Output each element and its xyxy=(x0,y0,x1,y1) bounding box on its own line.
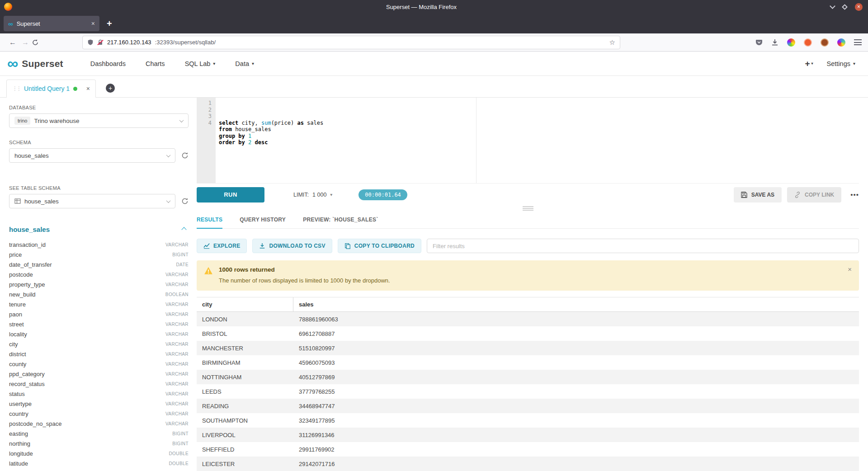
chevron-down-icon: ▾ xyxy=(811,61,813,66)
table-name: house_sales xyxy=(9,226,50,233)
reload-icon[interactable] xyxy=(32,39,44,46)
nav-item-dashboards[interactable]: Dashboards xyxy=(90,60,126,67)
table-column-row: latitude DOUBLE xyxy=(9,458,189,468)
explore-button[interactable]: EXPLORE xyxy=(197,239,247,253)
query-tab-active[interactable]: ⋮⋮ Untitled Query 1 × xyxy=(6,80,96,98)
filter-results-input[interactable] xyxy=(427,239,859,253)
table-column-row: property_type VARCHAR xyxy=(9,279,189,289)
pinwheel-extension-icon[interactable] xyxy=(837,38,845,47)
table-column-row: price BIGINT xyxy=(9,250,189,259)
column-name: paon xyxy=(9,311,22,318)
nav-item-data[interactable]: Data▾ xyxy=(235,60,254,67)
column-type: VARCHAR xyxy=(165,242,189,247)
refresh-tables-icon[interactable] xyxy=(181,198,189,205)
cell-city: LEEDS xyxy=(197,388,293,395)
tab-preview-house-sales[interactable]: PREVIEW: `HOUSE_SALES` xyxy=(303,212,378,228)
browser-toolbar: ← → 217.160.120.143 :32393/superset/sqll… xyxy=(0,33,868,52)
column-name: street xyxy=(9,321,24,328)
menu-icon[interactable] xyxy=(854,39,862,45)
column-name: easting xyxy=(9,430,28,437)
settings-menu[interactable]: Settings▾ xyxy=(827,60,855,67)
table-row: BRISTOL 69612708887 xyxy=(197,326,859,341)
copy-link-button[interactable]: COPY LINK xyxy=(787,187,841,203)
limit-dropdown[interactable]: LIMIT: 1 000 ▾ xyxy=(293,192,332,198)
run-button[interactable]: RUN xyxy=(197,187,264,203)
database-select[interactable]: trino Trino warehouse xyxy=(9,113,189,128)
drag-handle-icon[interactable]: ⋮⋮ xyxy=(12,85,20,92)
query-tab-title: Untitled Query 1 xyxy=(24,85,70,92)
save-as-button[interactable]: SAVE AS xyxy=(734,187,782,203)
browser-tab[interactable]: ∞ Superset × xyxy=(4,16,99,31)
table-section-header[interactable]: house_sales xyxy=(9,226,189,233)
refresh-schema-icon[interactable] xyxy=(181,152,189,159)
bookmark-star-icon[interactable]: ☆ xyxy=(609,38,615,47)
more-actions-icon[interactable]: ••• xyxy=(850,191,859,198)
column-header-city[interactable]: city xyxy=(197,297,293,311)
pane-resize-handle[interactable] xyxy=(523,206,533,212)
new-tab-button[interactable]: + xyxy=(107,19,112,29)
column-name: date_of_transfer xyxy=(9,261,52,268)
brand-name[interactable]: Superset xyxy=(22,58,63,69)
table-row: NOTTINGHAM 40512797869 xyxy=(197,370,859,384)
column-header-sales[interactable]: sales xyxy=(293,297,314,311)
duckduckgo-extension-icon[interactable] xyxy=(804,38,812,47)
limit-label: LIMIT: xyxy=(293,192,309,198)
firefox-logo-icon xyxy=(4,3,12,11)
close-window-icon[interactable]: × xyxy=(855,3,863,11)
tab-results[interactable]: RESULTS xyxy=(197,212,222,229)
browser-tabstrip: ∞ Superset × + xyxy=(0,14,868,33)
query-status-dot xyxy=(73,87,77,91)
minimize-icon[interactable] xyxy=(830,3,835,9)
column-type: BIGINT xyxy=(172,441,189,446)
column-name: district xyxy=(9,351,26,358)
tab-close-icon[interactable]: × xyxy=(91,20,95,27)
schema-select-value: house_sales xyxy=(14,152,49,159)
warning-icon xyxy=(204,266,213,284)
copy-to-clipboard-button[interactable]: COPY TO CLIPBOARD xyxy=(338,239,421,253)
schema-select[interactable]: house_sales xyxy=(9,148,175,163)
column-name: locality xyxy=(9,331,27,338)
chevron-up-icon[interactable] xyxy=(181,227,186,232)
chevron-down-icon xyxy=(166,198,171,203)
downloads-icon[interactable] xyxy=(771,39,778,46)
cell-sales: 69612708887 xyxy=(293,330,335,337)
cell-city: LEICESTER xyxy=(197,461,293,467)
column-name: postcode_no_space xyxy=(9,420,61,427)
extension-containers-icon[interactable] xyxy=(787,38,795,47)
back-icon[interactable]: ← xyxy=(6,38,19,47)
superset-logo-icon[interactable]: ∞ xyxy=(7,57,18,71)
column-type: DOUBLE xyxy=(169,451,189,456)
table-column-row: date_of_transfer DATE xyxy=(9,259,189,269)
column-name: country xyxy=(9,410,28,417)
column-type: VARCHAR xyxy=(165,411,189,416)
database-select-value: Trino warehouse xyxy=(34,118,79,124)
table-column-row: usertype VARCHAR xyxy=(9,399,189,409)
monkey-extension-icon[interactable] xyxy=(821,38,829,47)
pocket-icon[interactable] xyxy=(755,39,763,46)
add-query-tab-button[interactable]: + xyxy=(106,84,115,93)
table-column-row: easting BIGINT xyxy=(9,429,189,438)
table-select[interactable]: house_sales xyxy=(9,194,175,208)
sql-editor[interactable]: 1234 select city, sum(price) as salesfro… xyxy=(197,98,859,184)
run-toolbar: RUN LIMIT: 1 000 ▾ 00:00:01.64 SAVE AS C… xyxy=(197,184,859,206)
editor-code[interactable]: select city, sum(price) as salesfrom hou… xyxy=(216,98,859,183)
table-row: MANCHESTER 51510820997 xyxy=(197,341,859,355)
nav-item-charts[interactable]: Charts xyxy=(146,60,165,67)
url-bar[interactable]: 217.160.120.143 :32393/superset/sqllab/ … xyxy=(82,36,620,49)
table-select-value: house_sales xyxy=(24,198,59,205)
alert-close-icon[interactable]: × xyxy=(848,265,852,273)
column-name: ppd_category xyxy=(9,371,45,377)
shield-icon[interactable] xyxy=(87,39,94,46)
results-pane: RESULTS QUERY HISTORY PREVIEW: `HOUSE_SA… xyxy=(197,206,859,471)
maximize-icon[interactable] xyxy=(842,4,848,10)
nav-item-sql-lab[interactable]: SQL Lab▾ xyxy=(185,60,216,67)
screen: Superset — Mozilla Firefox × ∞ Superset … xyxy=(0,0,868,471)
insecure-lock-icon[interactable] xyxy=(97,39,104,46)
table-row: LIVERPOOL 31126991346 xyxy=(197,428,859,442)
forward-icon[interactable]: → xyxy=(19,38,32,47)
column-name: usertype xyxy=(9,400,32,407)
tab-query-history[interactable]: QUERY HISTORY xyxy=(240,212,286,228)
query-tab-close-icon[interactable]: × xyxy=(86,85,90,92)
download-csv-button[interactable]: DOWNLOAD TO CSV xyxy=(252,239,332,253)
new-content-button[interactable]: +▾ xyxy=(805,59,813,69)
